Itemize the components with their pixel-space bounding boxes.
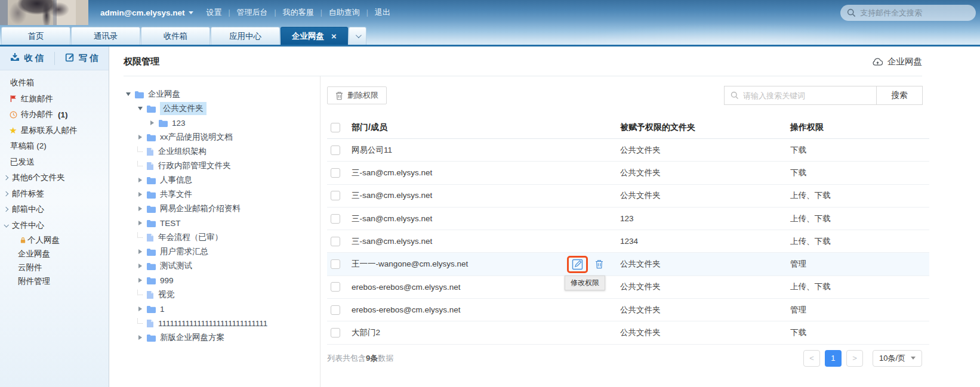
sidebar-item-红旗邮件[interactable]: 红旗邮件	[0, 91, 109, 107]
row-checkbox[interactable]	[331, 282, 340, 292]
enterprise-drive-link[interactable]: 企业网盘	[872, 56, 922, 67]
tree-node-999[interactable]: 999	[109, 273, 320, 287]
sidebar-item-已发送[interactable]: 已发送	[0, 154, 109, 171]
caret-right-icon[interactable]	[135, 249, 145, 254]
sidebar-item-邮件标签[interactable]: 邮件标签	[0, 186, 109, 202]
topbar-menu-item[interactable]: 管理后台	[232, 7, 273, 18]
tree-node-人事信息[interactable]: 人事信息	[109, 173, 320, 187]
sidebar-item-label: 邮件标签	[12, 188, 44, 199]
table-search-box[interactable]	[724, 86, 877, 105]
tree-node-企业组织架构[interactable]: 企业组织架构	[109, 144, 320, 159]
receive-mail-button[interactable]: 收 信	[0, 47, 54, 70]
tree-node-网易企业邮箱介绍资料[interactable]: 网易企业邮箱介绍资料	[109, 202, 320, 216]
caret-right-icon[interactable]	[147, 120, 157, 125]
sidebar-item-收件箱[interactable]: 收件箱	[0, 75, 109, 91]
caret-right-icon[interactable]	[135, 335, 145, 340]
caret-right-icon[interactable]	[135, 206, 145, 211]
caret-right-icon[interactable]	[135, 264, 145, 268]
next-page-button[interactable]: >	[846, 350, 863, 367]
tree-node-企业网盘[interactable]: 企业网盘	[109, 87, 320, 101]
topbar-menu-item[interactable]: 我的客服	[278, 7, 319, 18]
table-row[interactable]: 三-san@cm.elysys.net公共文件夹上传、下载	[327, 185, 929, 208]
caret-down-icon[interactable]	[135, 107, 145, 110]
page-1-button[interactable]: 1	[825, 350, 842, 367]
sidebar-item-其他6个文件夹[interactable]: 其他6个文件夹	[0, 170, 109, 186]
sidebar-item-文件中心[interactable]: 文件中心	[0, 218, 109, 234]
tree-node-年会流程（已审）[interactable]: 年会流程（已审）	[109, 230, 320, 244]
table-row[interactable]: 三-san@cm.elysys.net123上传、下载	[327, 208, 929, 230]
row-checkbox[interactable]	[331, 168, 340, 178]
search-button[interactable]: 搜索	[877, 86, 923, 105]
member-name: erebos-erebos@cm.elysys.net	[352, 283, 461, 292]
row-checkbox[interactable]	[331, 145, 340, 155]
caret-right-icon[interactable]	[135, 192, 145, 197]
sidebar-item-待办邮件[interactable]: 待办邮件(1)	[0, 107, 109, 123]
tree-node-xx产品使用说明文档[interactable]: xx产品使用说明文档	[109, 130, 320, 144]
tree-node-共享文件[interactable]: 共享文件	[109, 187, 320, 202]
delete-permission-button[interactable]: 删除权限	[327, 86, 387, 104]
tab-应用中心[interactable]: 应用中心	[211, 27, 280, 45]
sidebar-item-邮箱中心[interactable]: 邮箱中心	[0, 202, 109, 218]
row-checkbox[interactable]	[331, 259, 340, 269]
delete-row-button[interactable]	[595, 259, 603, 269]
tree-node-TEST[interactable]: TEST	[109, 216, 320, 230]
row-checkbox[interactable]	[331, 191, 340, 200]
tree-node-1[interactable]: 1	[109, 302, 320, 316]
tree-node-123[interactable]: 123	[109, 116, 320, 130]
compose-mail-button[interactable]: 写 信	[55, 47, 109, 70]
sidebar-item-云附件[interactable]: 云附件	[0, 261, 109, 274]
caret-right-icon[interactable]	[135, 278, 145, 283]
tree-node-测试测试[interactable]: 测试测试	[109, 259, 320, 273]
tree-node-行政内部管理文件夹[interactable]: 行政内部管理文件夹	[109, 159, 320, 173]
select-all-checkbox[interactable]	[331, 123, 340, 132]
topbar-menu-item[interactable]: 设置	[201, 7, 227, 18]
row-checkbox[interactable]	[331, 237, 340, 246]
sidebar-item-附件管理[interactable]: 附件管理	[0, 274, 109, 288]
edit-permission-button[interactable]	[567, 256, 588, 273]
table-row[interactable]: erebos-erebos@cm.elysys.net公共文件夹管理	[327, 299, 929, 321]
mail-search[interactable]	[840, 5, 976, 21]
caret-right-icon[interactable]	[135, 178, 145, 182]
tree-node-1111111111111111111111111111[interactable]: 1111111111111111111111111111	[109, 316, 320, 330]
caret-right-icon[interactable]	[135, 221, 145, 225]
table-row[interactable]: 三-san@cm.elysys.net1234上传、下载	[327, 230, 929, 253]
table-search-input[interactable]	[743, 91, 870, 100]
close-tab-icon[interactable]: ×	[331, 32, 337, 41]
tab-收件箱[interactable]: 收件箱	[141, 27, 210, 45]
tab-list-dropdown[interactable]	[349, 27, 366, 45]
sidebar-item-个人网盘[interactable]: 个人网盘	[0, 233, 109, 247]
page-size-select[interactable]: 10条/页	[873, 350, 922, 367]
caret-right-icon[interactable]	[135, 135, 145, 140]
sidebar-item-label: 文件中心	[12, 220, 44, 231]
account-dropdown[interactable]: admin@cm.elysys.net	[100, 8, 193, 17]
permission-cell: 上传、下载	[790, 236, 929, 247]
topbar-menu-item[interactable]: 自助查询	[323, 7, 365, 18]
table-row[interactable]: 王一一-wangone@cm.elysys.net修改权限公共文件夹管理	[327, 253, 929, 275]
mail-search-input[interactable]	[860, 8, 969, 17]
caret-down-icon[interactable]	[124, 92, 133, 96]
caret-right-icon[interactable]	[135, 306, 145, 311]
row-checkbox[interactable]	[331, 328, 340, 338]
topbar-menu-item[interactable]: 退出	[369, 7, 396, 18]
table-header-row: 部门/成员 被赋予权限的文件夹 操作权限	[327, 117, 929, 139]
table-row[interactable]: 大部门2公共文件夹下载	[327, 321, 929, 344]
sidebar-item-星标联系人邮件[interactable]: ★星标联系人邮件	[0, 123, 109, 139]
table-row[interactable]: erebos-erebos@cm.elysys.net公共文件夹上传、下载	[327, 276, 929, 299]
dotted-connector	[137, 233, 143, 238]
sidebar-item-草稿箱 (2)[interactable]: 草稿箱 (2)	[0, 138, 109, 154]
folder-icon	[146, 277, 156, 284]
tree-node-公共文件夹[interactable]: 公共文件夹	[109, 101, 320, 116]
tab-通讯录[interactable]: 通讯录	[71, 27, 140, 45]
tab-首页[interactable]: 首页	[1, 27, 70, 45]
sidebar-item-企业网盘[interactable]: 企业网盘	[0, 247, 109, 261]
table-row[interactable]: 三-san@cm.elysys.net公共文件夹下载	[327, 162, 929, 184]
folder-cell: 123	[620, 214, 790, 223]
prev-page-button[interactable]: <	[803, 350, 820, 367]
tree-node-新版企业网盘方案[interactable]: 新版企业网盘方案	[109, 330, 320, 345]
tree-node-视觉[interactable]: 视觉	[109, 287, 320, 302]
row-checkbox[interactable]	[331, 305, 340, 315]
tab-企业网盘[interactable]: 企业网盘×	[281, 27, 348, 45]
tree-node-用户需求汇总[interactable]: 用户需求汇总	[109, 244, 320, 259]
table-row[interactable]: 网易公司11公共文件夹下载	[327, 139, 929, 162]
row-checkbox[interactable]	[331, 214, 340, 224]
